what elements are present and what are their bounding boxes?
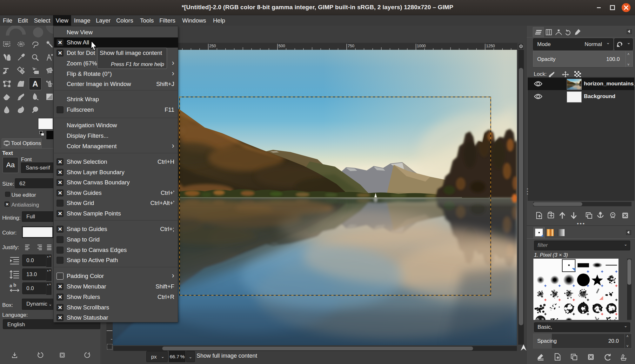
svg-text:a: a — [10, 283, 12, 288]
svg-text:1250: 1250 — [486, 44, 495, 48]
svg-text:1000: 1000 — [417, 44, 426, 48]
svg-text:250: 250 — [209, 44, 216, 48]
svg-text:b: b — [13, 283, 16, 288]
svg-text:500: 500 — [278, 44, 285, 48]
svg-text:750: 750 — [348, 44, 354, 48]
